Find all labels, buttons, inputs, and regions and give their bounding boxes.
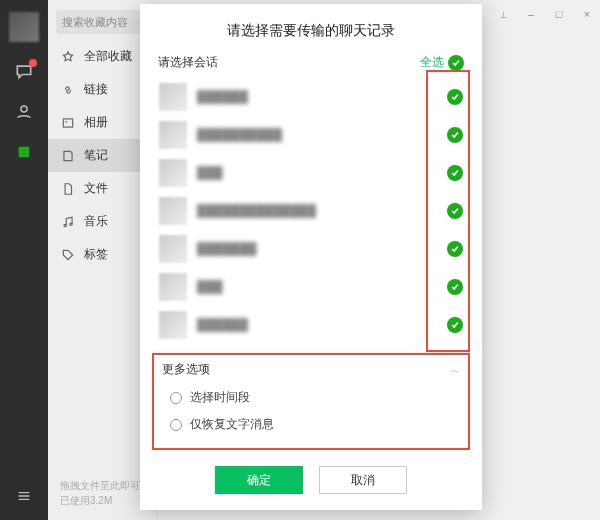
ok-button[interactable]: 确定	[215, 466, 303, 494]
conversation-row[interactable]: ███	[155, 154, 467, 192]
conversation-row[interactable]: ██████	[155, 306, 467, 344]
search-placeholder: 搜索收藏内容	[62, 15, 128, 30]
sidebar-item-label: 文件	[84, 180, 108, 197]
sidebar-item-label: 链接	[84, 81, 108, 98]
sidebar-item-label: 标签	[84, 246, 108, 263]
avatar	[159, 235, 187, 263]
note-icon	[60, 148, 76, 164]
minimize-button[interactable]: –	[524, 8, 538, 20]
radio-icon	[170, 392, 182, 404]
svg-point-0	[21, 106, 27, 112]
conversation-row[interactable]: ███	[155, 268, 467, 306]
cancel-button[interactable]: 取消	[319, 466, 407, 494]
conversation-row[interactable]: ██████████████	[155, 192, 467, 230]
contacts-icon[interactable]	[14, 102, 34, 122]
conversation-name: ██████	[197, 90, 437, 104]
modal-footer: 确定 取消	[140, 452, 482, 510]
check-icon	[448, 55, 464, 71]
image-icon	[60, 115, 76, 131]
more-options-section: 更多选项 ︿ 选择时间段 仅恢复文字消息	[152, 353, 470, 450]
tag-icon	[60, 247, 76, 263]
sidebar-item-label: 音乐	[84, 213, 108, 230]
music-icon	[60, 214, 76, 230]
svg-point-3	[65, 120, 67, 122]
option-time-range[interactable]: 选择时间段	[162, 384, 460, 411]
conversation-name: ███	[197, 280, 437, 294]
chevron-up-icon: ︿	[450, 363, 460, 377]
avatar	[159, 83, 187, 111]
unread-badge	[29, 59, 37, 67]
avatar	[159, 121, 187, 149]
left-rail	[0, 0, 48, 520]
conversation-name: ███	[197, 166, 437, 180]
conversation-name: ███████	[197, 242, 437, 256]
avatar	[159, 273, 187, 301]
conversation-row[interactable]: ██████	[155, 78, 467, 116]
conversation-row[interactable]: ███████	[155, 230, 467, 268]
star-icon	[60, 49, 76, 65]
conversation-name: ██████████████	[197, 204, 437, 218]
check-icon[interactable]	[447, 279, 463, 295]
menu-icon[interactable]	[14, 486, 34, 506]
conversation-list: ██████ ██████████ ███ ██████████████ ███…	[140, 77, 482, 345]
avatar	[159, 159, 187, 187]
svg-point-5	[70, 223, 72, 225]
conversation-row[interactable]: ██████████	[155, 116, 467, 154]
file-icon	[60, 181, 76, 197]
option-text-only[interactable]: 仅恢复文字消息	[162, 411, 460, 438]
favorites-icon[interactable]	[14, 142, 34, 162]
avatar	[159, 311, 187, 339]
svg-rect-2	[63, 118, 72, 126]
pin-button[interactable]: ⟂	[496, 8, 510, 20]
check-icon[interactable]	[447, 241, 463, 257]
check-icon[interactable]	[447, 203, 463, 219]
avatar	[159, 197, 187, 225]
search-input[interactable]: 搜索收藏内容	[56, 10, 149, 34]
check-icon[interactable]	[447, 89, 463, 105]
sidebar-item-label: 相册	[84, 114, 108, 131]
check-icon[interactable]	[447, 165, 463, 181]
select-all-button[interactable]: 全选	[420, 54, 464, 71]
radio-icon	[170, 419, 182, 431]
chat-icon[interactable]	[14, 62, 34, 82]
close-button[interactable]: ×	[580, 8, 594, 20]
conversation-name: ██████	[197, 318, 437, 332]
modal-title: 请选择需要传输的聊天记录	[140, 4, 482, 54]
self-avatar[interactable]	[9, 12, 39, 42]
svg-rect-1	[19, 147, 30, 158]
transfer-chat-modal: 请选择需要传输的聊天记录 请选择会话 全选 ██████ ██████████ …	[140, 4, 482, 510]
svg-point-4	[64, 224, 66, 226]
sidebar-item-label: 全部收藏	[84, 48, 132, 65]
conversation-name: ██████████	[197, 128, 437, 142]
link-icon	[60, 82, 76, 98]
more-options-toggle[interactable]: 更多选项 ︿	[162, 361, 460, 384]
check-icon[interactable]	[447, 127, 463, 143]
window-controls: ⟂ – □ ×	[496, 8, 594, 20]
sidebar-item-label: 笔记	[84, 147, 108, 164]
select-session-label: 请选择会话	[158, 54, 218, 71]
check-icon[interactable]	[447, 317, 463, 333]
maximize-button[interactable]: □	[552, 8, 566, 20]
